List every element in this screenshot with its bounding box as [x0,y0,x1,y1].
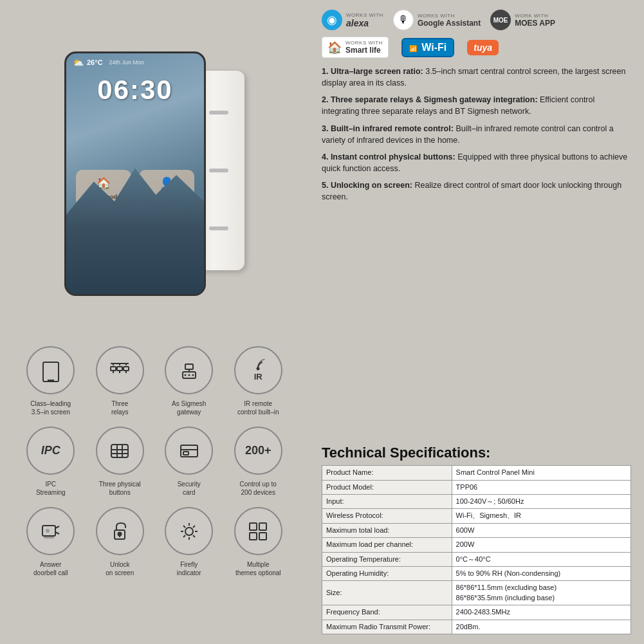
feature-ipc: IPC IPCStreaming [16,421,86,502]
svg-rect-13 [185,364,193,369]
spec-value: 5% to 90% RH (Non-condensing) [452,567,630,581]
themes-icon [246,520,270,543]
moes-works-text: WORK WITH [515,13,555,19]
tablet-device: ⛅ 26°C 24th Jun Mon 06:30 🏠 Leave mode [64,51,244,296]
themes-icon-circle [234,507,282,555]
spec-value: 200W [452,538,630,552]
spec-row: Maximum Radio Transmit Power:20dBm. [322,620,631,634]
svg-rect-44 [250,523,257,530]
compat-row-1: ◉ WORKS WITH alexa 🎙 Works with Google A… [322,10,631,30]
right-panel: ◉ WORKS WITH alexa 🎙 Works with Google A… [309,0,644,644]
doorbell-feature-label: Answerdoorbell call [33,560,68,577]
clock-display: 06:30 [66,75,204,106]
ipc-icon-circle: IPC [26,427,75,475]
feature-ir: IR IR remotecontrol built–in [224,341,293,421]
google-works-text: Works with [418,13,481,19]
moes-logo: MOE [490,10,511,30]
status-bar: ⛅ 26°C 24th Jun Mon [66,53,204,71]
wifi-icon: 📶 [409,45,417,52]
security-card-icon-circle [165,427,213,475]
svg-rect-31 [44,537,54,538]
alexa-works-text: WORKS WITH [346,12,383,18]
side-indicator-3 [209,226,228,230]
spec-value: 2400-2483.5MHz [452,605,630,620]
ir-label: IR [254,372,262,382]
feature-5-number: 5. Unlocking on screen: [322,181,414,190]
svg-point-18 [257,368,259,370]
firefly-feature-label: Fireflyindicator [177,560,201,577]
side-indicator-1 [209,111,228,115]
spec-key: Maximum Radio Transmit Power: [322,620,452,634]
spec-row: Input:100-240V～; 50/60Hz [322,495,631,509]
relays-icon-circle [96,346,144,394]
spec-row: Product Name:Smart Control Panel Mini [322,466,631,480]
spec-row: Maximum load per channel:200W [322,538,631,552]
feature-firefly: Fireflyindicator [154,502,224,582]
themes-feature-label: Multiplethemes optional [235,560,281,577]
spec-value: 100-240V～; 50/60Hz [452,495,630,509]
gateway-icon [178,359,201,382]
features-icon-grid: Class–leading3.5–in screen [6,341,302,582]
main-container: ⛅ 26°C 24th Jun Mon 06:30 🏠 Leave mode [0,0,644,644]
feature-buttons: Three physicalbuttons [86,421,155,502]
firefly-icon-circle [165,507,213,555]
svg-line-41 [193,535,195,537]
tuya-label: tuya [474,42,492,53]
google-text: Works with Google Assistant [418,13,481,28]
feature-doorbell: Answerdoorbell call [16,502,86,582]
moes-compat: MOE WORK WITH MOES APP [490,10,555,30]
svg-rect-46 [250,533,257,540]
feature-point-2: 2. Three separate relays & Sigmesh gatew… [322,94,631,117]
feature-relays: Threerelays [86,341,155,421]
200plus-feature-label: Control up to200 devices [240,480,277,497]
spec-key: Size: [322,581,452,605]
spec-row: Maximum total load:600W [322,523,631,537]
ipc-feature-label: IPCStreaming [36,480,66,497]
screen-icon [39,359,62,382]
left-panel: ⛅ 26°C 24th Jun Mon 06:30 🏠 Leave mode [0,0,309,644]
feature-point-3: 3. Built–in infrared remote control: Bui… [322,123,631,146]
ipc-text: IPC [41,444,60,457]
spec-key: Operating Temperature: [322,552,452,566]
moes-icon: MOE [493,17,508,24]
spec-value: 20dBm. [452,620,630,634]
unlock-feature-label: Unlockon screen [106,560,134,577]
tablet-screen: ⛅ 26°C 24th Jun Mon 06:30 🏠 Leave mode [64,51,206,296]
security-card-icon [178,439,201,463]
tablet-screen-inner: ⛅ 26°C 24th Jun Mon 06:30 🏠 Leave mode [66,53,204,294]
spec-key: Wireless Protocol: [322,509,452,523]
spec-value: 86*86*11.5mm (excluding base) 86*86*35.5… [452,581,630,605]
security-card-feature-label: Securitycard [178,480,201,497]
spec-key: Frequency Band: [322,605,452,620]
ir-icon-circle: IR [234,346,282,394]
alexa-icon: ◉ [327,13,337,27]
ir-feature-label: IR remotecontrol built–in [237,400,279,416]
svg-rect-45 [259,523,266,530]
wifi-badge: 📶 Wi-Fi [401,38,454,57]
home-smart-icon: 🏠 [327,41,342,55]
spec-row: Wireless Protocol:Wi-Fi、Sigmesh、IR [322,509,631,523]
svg-point-35 [185,528,193,535]
svg-rect-2 [111,367,116,371]
unlock-icon-circle [96,507,144,555]
date: 24th Jun Mon [109,59,145,66]
firefly-icon [178,520,201,543]
svg-line-42 [193,526,195,528]
wifi-label: Wi-Fi [421,42,446,53]
feature-screen: Class–leading3.5–in screen [16,341,86,421]
alexa-text: WORKS WITH alexa [346,12,383,28]
spec-value: Smart Control Panel Mini [452,466,630,480]
feature-point-4: 4. Instant control physical buttons: Equ… [322,151,631,174]
smartlife-name: Smart life [345,46,383,55]
svg-rect-47 [259,533,266,540]
google-icon: 🎙 [398,14,409,26]
moes-name: MOES APP [515,19,555,28]
buttons-feature-label: Three physicalbuttons [99,480,141,497]
spec-key: Operating Humidity: [322,567,452,581]
google-compat: 🎙 Works with Google Assistant [393,10,481,30]
side-indicator-2 [209,169,228,172]
spec-row: Operating Humidity:5% to 90% RH (Non-con… [322,567,631,581]
svg-rect-3 [117,367,122,371]
spec-value: 600W [452,523,630,537]
spec-key: Product Name: [322,466,452,480]
